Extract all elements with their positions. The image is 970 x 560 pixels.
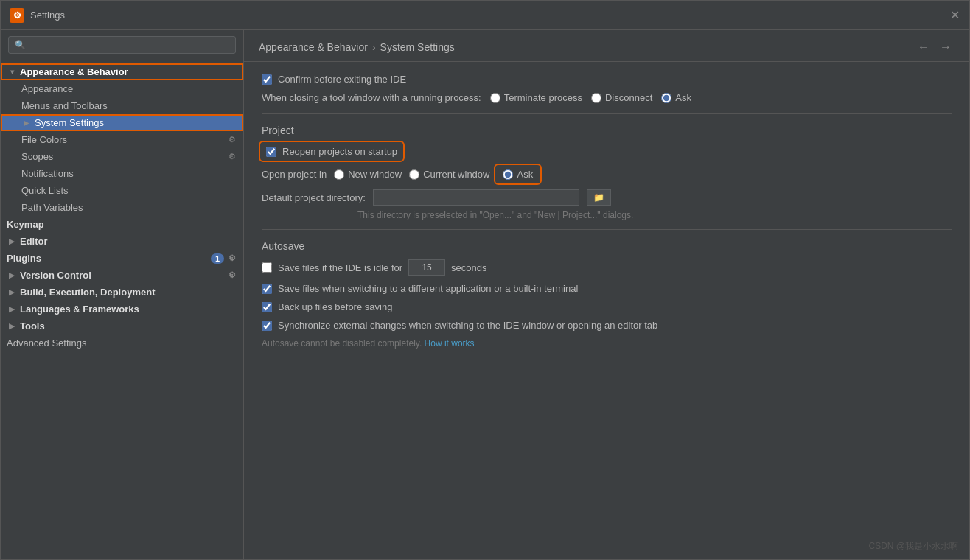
switch-app-text: Save files when switching to a different…	[278, 283, 578, 294]
settings-icon: ⚙	[227, 135, 237, 145]
disconnect-option[interactable]: Disconnect	[591, 92, 652, 103]
terminate-option[interactable]: Terminate process	[490, 92, 582, 103]
autosave-hint-text: Autosave cannot be disabled completely.	[262, 338, 422, 349]
current-window-option[interactable]: Current window	[409, 169, 489, 180]
reopen-startup-checkbox[interactable]	[266, 147, 276, 157]
sidebar-item-label: Editor	[20, 236, 48, 247]
sidebar-item-appearance-behavior[interactable]: ▾ Appearance & Behavior	[1, 63, 243, 80]
breadcrumb-bar: Appearance & Behavior › System Settings …	[244, 30, 969, 62]
backup-checkbox[interactable]	[262, 302, 272, 312]
idle-checkbox[interactable]	[262, 262, 272, 273]
how-it-works-link[interactable]: How it works	[425, 338, 475, 349]
idle-seconds-input[interactable]: 15	[408, 259, 445, 276]
idle-text: Save files if the IDE is idle for	[278, 262, 402, 273]
divider-project	[262, 113, 952, 114]
confirm-exit-label[interactable]: Confirm before exiting the IDE	[262, 74, 406, 85]
sidebar-item-label: Keymap	[7, 219, 44, 230]
confirm-exit-row: Confirm before exiting the IDE	[262, 74, 952, 85]
confirm-exit-checkbox[interactable]	[262, 74, 272, 85]
expand-icon: ▶	[7, 270, 17, 281]
window-title: Settings	[30, 10, 949, 21]
default-dir-row: Default project directory: 📁	[262, 189, 952, 206]
expand-icon: ▶	[21, 118, 32, 128]
sidebar-item-label: Appearance & Behavior	[20, 66, 128, 77]
ask-project-option[interactable]: Ask	[497, 167, 539, 182]
expand-icon: ▶	[7, 237, 17, 247]
settings-window: ⚙ Settings ✕ ▾ Appearance & Behavior App…	[0, 0, 970, 560]
dir-browse-button[interactable]: 📁	[587, 189, 611, 206]
sidebar-item-languages-frameworks[interactable]: ▶ Languages & Frameworks	[1, 301, 243, 318]
sidebar-item-editor[interactable]: ▶ Editor	[1, 233, 243, 250]
sidebar-item-tools[interactable]: ▶ Tools	[1, 318, 243, 335]
breadcrumb-separator: ›	[372, 41, 376, 53]
switch-app-checkbox[interactable]	[262, 284, 272, 294]
content-area: ▾ Appearance & Behavior Appearance Menus…	[1, 30, 969, 559]
open-project-label: Open project in	[262, 169, 327, 180]
project-section: Project Reopen projects on startup Open …	[262, 125, 952, 220]
sidebar-item-appearance[interactable]: Appearance	[1, 80, 243, 97]
disconnect-label: Disconnect	[605, 92, 652, 103]
open-project-row: Open project in New window Current windo…	[262, 167, 952, 182]
ask-project-label: Ask	[517, 169, 533, 180]
new-window-radio[interactable]	[334, 169, 344, 180]
confirm-exit-text: Confirm before exiting the IDE	[278, 74, 406, 85]
divider-autosave	[262, 229, 952, 230]
sidebar-item-build-execution[interactable]: ▶ Build, Execution, Deployment	[1, 284, 243, 301]
closing-tool-row: When closing a tool window with a runnin…	[262, 92, 952, 103]
sidebar-item-label: Version Control	[20, 270, 91, 281]
sidebar-item-label: Languages & Frameworks	[20, 304, 139, 315]
title-bar: ⚙ Settings ✕	[1, 1, 969, 30]
idle-label[interactable]: Save files if the IDE is idle for	[262, 262, 402, 273]
sidebar: ▾ Appearance & Behavior Appearance Menus…	[1, 30, 244, 559]
autosave-section-label: Autosave	[262, 240, 952, 252]
sidebar-item-file-colors[interactable]: File Colors ⚙	[1, 131, 243, 148]
switch-app-label[interactable]: Save files when switching to a different…	[262, 283, 578, 294]
sidebar-item-advanced-settings[interactable]: Advanced Settings	[1, 335, 243, 351]
sidebar-item-version-control[interactable]: ▶ Version Control ⚙	[1, 267, 243, 284]
sidebar-item-path-variables[interactable]: Path Variables	[1, 199, 243, 216]
sidebar-item-label: Appearance	[21, 83, 73, 94]
sidebar-item-label: File Colors	[21, 134, 67, 145]
sidebar-item-system-settings[interactable]: ▶ System Settings	[1, 114, 243, 131]
expand-icon: ▶	[7, 287, 17, 298]
terminate-radio[interactable]	[490, 93, 500, 103]
sidebar-item-notifications[interactable]: Notifications	[1, 165, 243, 182]
idle-unit: seconds	[451, 262, 486, 273]
search-input[interactable]	[8, 36, 236, 54]
breadcrumb-parent: Appearance & Behavior	[259, 41, 368, 53]
close-button[interactable]: ✕	[949, 10, 960, 21]
sidebar-item-plugins[interactable]: Plugins 1 ⚙	[1, 250, 243, 267]
sidebar-tree: ▾ Appearance & Behavior Appearance Menus…	[1, 60, 243, 559]
autosave-hint: Autosave cannot be disabled completely. …	[262, 338, 952, 349]
sync-checkbox[interactable]	[262, 321, 272, 331]
sidebar-item-keymap[interactable]: Keymap	[1, 216, 243, 233]
backup-label[interactable]: Back up files before saving	[262, 301, 392, 312]
default-dir-label: Default project directory:	[262, 192, 366, 203]
forward-button[interactable]: →	[937, 39, 955, 55]
current-window-radio[interactable]	[409, 169, 419, 180]
sidebar-item-scopes[interactable]: Scopes ⚙	[1, 148, 243, 165]
sidebar-item-menus-toolbars[interactable]: Menus and Toolbars	[1, 97, 243, 114]
breadcrumb-current: System Settings	[380, 41, 455, 53]
sidebar-item-label: Quick Lists	[21, 185, 69, 196]
new-window-option[interactable]: New window	[334, 169, 402, 180]
settings-icon: ⚙	[227, 253, 237, 264]
expand-icon: ▾	[7, 67, 17, 77]
sync-label[interactable]: Synchronize external changes when switch…	[262, 320, 657, 331]
settings-icon: ⚙	[227, 270, 237, 281]
reopen-startup-label[interactable]: Reopen projects on startup	[262, 144, 402, 159]
sidebar-item-label: Tools	[20, 321, 45, 332]
sidebar-item-label: Scopes	[21, 151, 53, 162]
default-dir-input[interactable]	[373, 189, 579, 206]
switch-app-row: Save files when switching to a different…	[262, 283, 952, 294]
new-window-label: New window	[348, 169, 402, 180]
ask-project-radio[interactable]	[503, 169, 513, 180]
closing-tool-label: When closing a tool window with a runnin…	[262, 92, 481, 103]
sidebar-item-label: Build, Execution, Deployment	[20, 287, 155, 298]
ask-closing-option[interactable]: Ask	[661, 92, 691, 103]
disconnect-radio[interactable]	[591, 93, 601, 103]
sidebar-item-quick-lists[interactable]: Quick Lists	[1, 182, 243, 199]
sidebar-item-label: Advanced Settings	[7, 337, 86, 349]
ask-closing-radio[interactable]	[661, 93, 671, 103]
back-button[interactable]: ←	[915, 39, 932, 55]
